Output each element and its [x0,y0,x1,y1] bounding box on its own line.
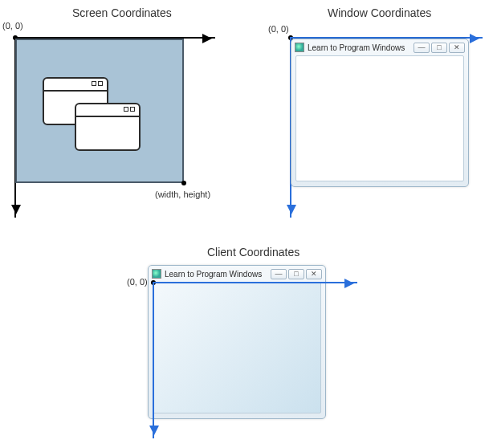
window-app-title: Learn to Program Windows [308,43,405,52]
window-origin-label: (0, 0) [268,24,289,34]
window-caption-buttons: — □ ✕ [414,43,465,53]
client-origin-label: (0, 0) [127,277,148,287]
minimize-button[interactable]: — [271,269,287,279]
screen-size-label: (width, height) [155,189,210,199]
client-title: Client Coordinates [207,246,299,259]
screen-origin-label: (0, 0) [2,21,23,31]
maximize-button[interactable]: □ [288,269,304,279]
close-button[interactable]: ✕ [306,269,322,279]
window-client-area [295,55,464,181]
screen-desktop [15,39,184,183]
client-app-title: Learn to Program Windows [165,270,262,279]
screen-corner-dot [181,181,186,185]
mini-window-front-buttons [124,107,135,112]
window-title: Window Coordinates [328,6,431,19]
mini-window-back-buttons [92,81,103,86]
app-icon [295,43,304,52]
client-client-area [153,282,321,413]
minimize-button[interactable]: — [414,43,430,53]
client-caption-buttons: — □ ✕ [271,269,322,279]
app-icon [152,269,161,279]
maximize-button[interactable]: □ [431,43,447,53]
client-titlebar: Learn to Program Windows — □ ✕ [149,266,325,282]
client-appframe: Learn to Program Windows — □ ✕ [148,265,326,419]
client-axis-y [153,282,154,438]
client-axis-x [153,282,357,283]
mini-window-front [75,103,141,151]
window-titlebar: Learn to Program Windows — □ ✕ [291,39,468,55]
window-appframe: Learn to Program Windows — □ ✕ [291,39,469,187]
screen-title: Screen Coordinates [72,6,172,19]
close-button[interactable]: ✕ [449,43,465,53]
